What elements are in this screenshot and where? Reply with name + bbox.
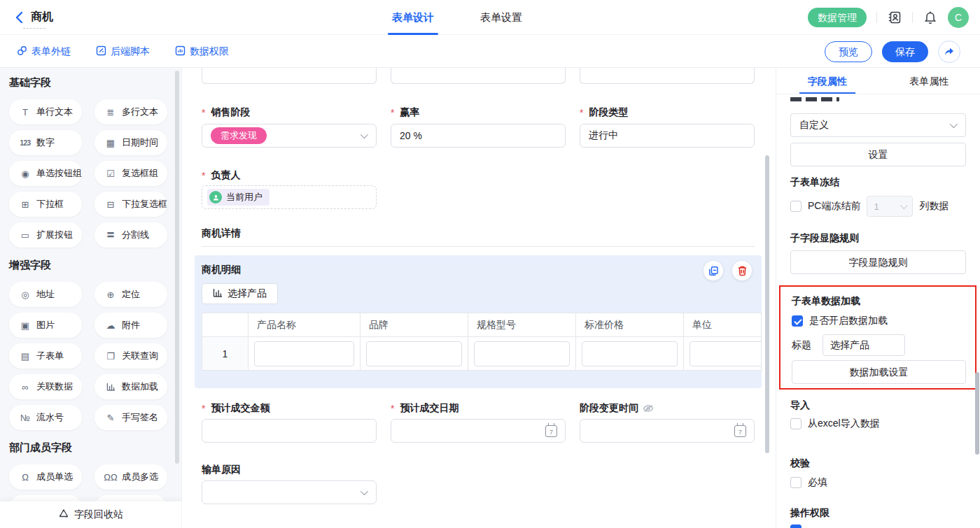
custom-mode-select[interactable]: 自定义 (790, 113, 966, 137)
sidebar-item-relation-data[interactable]: ∞关联数据 (9, 374, 82, 399)
sidebar-item-single-line-text[interactable]: T单行文本 (9, 99, 82, 124)
tab-form-settings[interactable]: 表单设置 (480, 0, 522, 35)
sidebar-item-label: 下拉框 (36, 198, 64, 211)
back-icon[interactable] (13, 10, 28, 25)
field-recycle-bin[interactable]: 字段回收站 (0, 501, 181, 528)
sidebar-section-title: 部门成员字段 (9, 441, 181, 455)
data-load-title-input[interactable] (822, 334, 905, 356)
multi-line-text-icon: ≣ (104, 107, 117, 117)
sidebar-scrollbar[interactable] (175, 71, 179, 464)
panel-scrollbar[interactable] (975, 372, 979, 455)
settings-button[interactable]: 设置 (790, 143, 966, 166)
bell-icon[interactable] (923, 10, 938, 25)
sidebar-item-location[interactable]: ⊕定位 (94, 282, 167, 307)
table-cell (468, 336, 576, 370)
data-load-enable-checkbox[interactable] (792, 315, 803, 327)
tab-field-properties[interactable]: 字段属性 (776, 68, 878, 94)
table-cell-input[interactable] (690, 341, 762, 366)
sidebar-item-radio-group[interactable]: ◉单选按钮组 (9, 161, 82, 186)
serial-number-icon: № (19, 413, 31, 423)
share-button[interactable] (938, 41, 960, 63)
copy-button[interactable] (704, 261, 723, 280)
table-cell-input[interactable] (366, 341, 462, 366)
import-excel-checkbox[interactable] (790, 418, 802, 429)
save-button[interactable]: 保存 (882, 41, 928, 62)
table-column-header: 标准价格 (576, 313, 684, 336)
sidebar-item-divider[interactable]: 〓分割线 (94, 222, 167, 248)
data-permission-link[interactable]: 数据权限 (175, 45, 229, 58)
title-label: 标题 (792, 339, 811, 352)
canvas-scrollbar[interactable] (765, 155, 769, 453)
sidebar-item-member-multi[interactable]: ΩΩ成员多选 (94, 464, 167, 490)
section-divider-line (202, 246, 755, 247)
sidebar-item-member-single[interactable]: Ω成员单选 (9, 464, 82, 490)
sidebar-item-data-load[interactable]: 数据加载 (94, 374, 167, 399)
freeze-row: PC端冻结前 1 列数据 (790, 196, 948, 217)
sidebar-item-select[interactable]: ⊞下拉框 (9, 192, 82, 217)
subform-title: 商机明细 (202, 264, 241, 276)
sidebar-item-serial-number[interactable]: №流水号 (9, 405, 82, 430)
table-cell (684, 336, 762, 370)
sidebar-item-extend-button[interactable]: ▭扩展按钮 (9, 222, 82, 248)
sidebar-item-checkbox-group[interactable]: ☑复选框组 (94, 161, 167, 186)
sidebar-section-grid: T单行文本≣多行文本123数字▦日期时间◉单选按钮组☑复选框组⊞下拉框⊟下拉复选… (9, 99, 181, 248)
sidebar-item-datetime[interactable]: ▦日期时间 (94, 130, 167, 155)
contact-book-icon[interactable] (887, 10, 902, 25)
field-input-partial[interactable] (202, 68, 377, 84)
freeze-count-select[interactable]: 1 (867, 196, 913, 217)
data-load-settings-button[interactable]: 数据加载设置 (792, 360, 966, 384)
stage-change-time-input[interactable]: 7 (580, 419, 755, 443)
expected-date-input[interactable]: 7 (391, 419, 566, 443)
table-cell-input[interactable] (474, 341, 570, 366)
chevron-down-icon (360, 131, 368, 138)
delete-button[interactable] (732, 261, 752, 280)
clipped-section-heading (790, 97, 839, 101)
table-cell-input[interactable] (582, 341, 678, 366)
number-icon: 123 (19, 139, 31, 147)
sidebar-item-multi-select[interactable]: ⊟下拉复选框 (94, 192, 167, 217)
expected-amount-input[interactable] (202, 419, 377, 443)
field-input-partial[interactable] (580, 68, 755, 84)
divider (876, 12, 877, 23)
sidebar-item-relation-query[interactable]: ❐关联查询 (94, 343, 167, 369)
divider-icon: 〓 (104, 229, 117, 241)
freeze-checkbox[interactable] (790, 201, 802, 212)
sidebar-item-attachment[interactable]: ☁附件 (94, 313, 167, 338)
sales-stage-select[interactable]: 需求发现 (202, 124, 377, 148)
required-checkbox[interactable] (790, 477, 802, 488)
lose-reason-select[interactable] (202, 480, 377, 504)
freeze-section-title: 子表单冻结 (790, 176, 839, 189)
owner-field[interactable]: 当前用户 (202, 185, 377, 209)
win-rate-input[interactable]: 20 % (391, 124, 566, 148)
data-manage-button[interactable]: 数据管理 (808, 8, 867, 27)
visibility-rules-button[interactable]: 字段显隐规则 (790, 250, 966, 274)
sidebar-item-number[interactable]: 123数字 (9, 130, 82, 155)
table-cell-input[interactable] (254, 341, 354, 366)
sidebar-item-label: 单选按钮组 (36, 167, 82, 180)
property-panel: 字段属性 表单属性 自定义 设置 子表单冻结 PC端冻结前 1 列数据 子字段显… (776, 68, 980, 528)
tab-form-properties[interactable]: 表单属性 (878, 68, 980, 94)
table-column-header: 品牌 (360, 313, 468, 336)
sidebar-item-multi-line-text[interactable]: ≣多行文本 (94, 99, 167, 124)
tab-form-design[interactable]: 表单设计 (392, 0, 434, 35)
preview-button[interactable]: 预览 (825, 41, 872, 62)
field-input-partial[interactable] (391, 68, 566, 84)
sidebar-item-subform[interactable]: ▤子表单 (9, 343, 82, 369)
sidebar-item-signature[interactable]: ✎手写签名 (94, 405, 167, 430)
sidebar-item-address[interactable]: ◎地址 (9, 282, 82, 307)
recycle-icon (58, 508, 69, 521)
permission-section-title: 操作权限 (790, 507, 830, 520)
toolbar-actions: 预览 保存 (825, 41, 960, 63)
page-title: 商机 (31, 10, 53, 24)
stage-type-input[interactable]: 进行中 (580, 124, 755, 148)
select-product-button[interactable]: 选择产品 (202, 283, 278, 304)
subform-table-header: 产品名称品牌规格型号标准价格单位 (202, 313, 761, 336)
subform-block[interactable]: 商机明细 选择产品 产品名称品牌规格型号标准价格单位 1 (195, 255, 762, 388)
form-external-link[interactable]: 表单外链 (17, 45, 71, 58)
backend-script-link[interactable]: 后端脚本 (96, 45, 150, 58)
user-avatar[interactable]: C (948, 7, 969, 28)
permission-checkbox-partial[interactable] (790, 525, 802, 528)
sidebar-item-label: 子表单 (36, 350, 64, 362)
title-dashed-underline (23, 28, 46, 29)
sidebar-item-image[interactable]: ▣图片 (9, 313, 82, 338)
